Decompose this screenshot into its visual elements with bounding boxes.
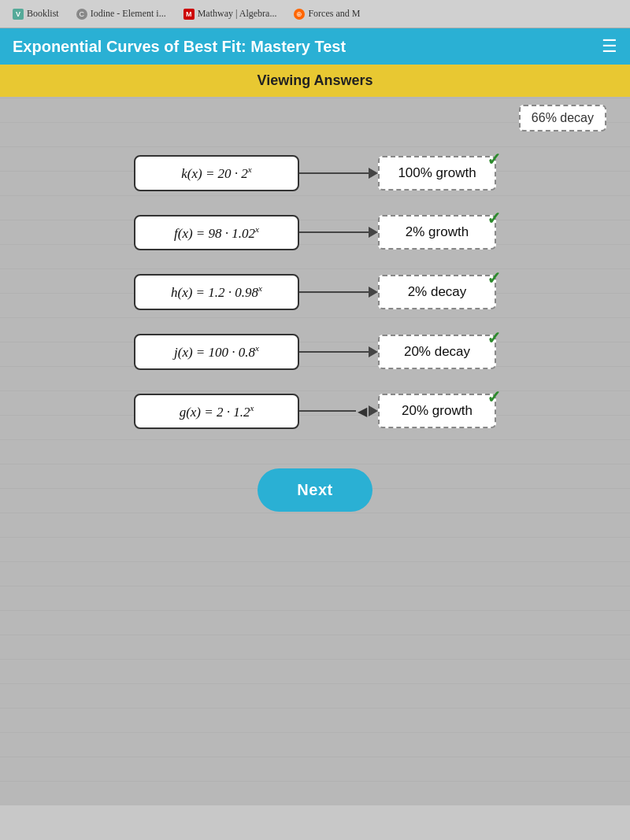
arrow-shaft-2 [299,231,369,233]
arrow-shaft-5 [299,410,356,412]
tab-mathway-label: Mathway | Algebra... [198,8,277,20]
arrow-3 [299,287,378,298]
next-button-container: Next [24,468,606,512]
arrow-head-3 [369,287,378,298]
arrow-head-5 [369,405,378,416]
main-content: 66% decay k(x) = 20 · 2x 100% growth ✓ f… [0,97,630,805]
arrow-1 [299,168,378,179]
arrow-head-2 [369,227,378,238]
checkmark-1: ✓ [487,151,501,168]
tab-bar: V Booklist C Iodine - Element i... M Mat… [0,0,630,28]
arrow-head-4 [369,346,378,357]
menu-icon[interactable]: ☰ [602,36,617,57]
page-title: Exponential Curves of Best Fit: Mastery … [13,38,346,56]
favicon-globe: ⊕ [294,9,305,20]
arrow-2 [299,227,378,238]
match-row-3: h(x) = 1.2 · 0.98x 2% decay ✓ [24,274,606,310]
answer-text-5: 20% growth [402,403,472,418]
equation-box-2: f(x) = 98 · 1.02x [134,215,299,251]
match-row-2: f(x) = 98 · 1.02x 2% growth ✓ [24,215,606,251]
tab-iodine[interactable]: C Iodine - Element i... [70,5,172,23]
match-row-4: j(x) = 100 · 0.8x 20% decay ✓ [24,334,606,370]
equation-box-1: k(x) = 20 · 2x [134,155,299,191]
arrow-shaft-4 [299,351,369,353]
checkmark-2: ✓ [487,210,501,228]
favicon-m: M [183,9,195,20]
partial-answer-box: 66% decay [519,105,606,131]
partial-answer-text: 66% decay [532,111,594,124]
page-title-bar: Exponential Curves of Best Fit: Mastery … [0,28,630,65]
equation-box-5: g(x) = 2 · 1.2x [134,394,299,430]
arrow-5: ◀ [299,404,378,419]
favicon-v: V [13,9,24,20]
next-button[interactable]: Next [258,468,372,512]
arrow-shaft-1 [299,172,369,174]
favicon-c: C [76,9,87,20]
arrow-4 [299,346,378,357]
answer-text-1: 100% growth [398,165,476,180]
tab-forces[interactable]: ⊕ Forces and M [287,5,366,23]
checkmark-3: ✓ [487,270,501,287]
match-container: k(x) = 20 · 2x 100% growth ✓ f(x) = 98 ·… [24,155,606,429]
equation-box-3: h(x) = 1.2 · 0.98x [134,274,299,310]
tab-iodine-label: Iodine - Element i... [91,8,166,20]
answer-box-5: 20% growth ✓ [378,394,496,428]
answer-box-1: 100% growth ✓ [378,156,496,191]
checkmark-4: ✓ [487,330,501,347]
viewing-answers-bar: Viewing Answers [0,65,630,97]
answer-text-3: 2% decay [408,284,467,299]
answer-box-3: 2% decay ✓ [378,275,496,309]
cursor-indicator: ◀ [358,404,367,419]
tab-forces-label: Forces and M [308,8,360,20]
arrow-shaft-3 [299,291,369,293]
checkmark-5: ✓ [487,389,501,406]
answer-text-2: 2% growth [406,224,469,239]
arrow-head-1 [369,168,378,179]
partial-answer-row: 66% decay [24,105,606,131]
viewing-answers-label: Viewing Answers [257,72,372,88]
answer-box-2: 2% growth ✓ [378,215,496,250]
answer-box-4: 20% decay ✓ [378,335,496,369]
tab-booklist-label: Booklist [27,8,59,20]
answer-text-4: 20% decay [404,344,470,359]
tab-mathway[interactable]: M Mathway | Algebra... [177,5,284,23]
equation-box-4: j(x) = 100 · 0.8x [134,334,299,370]
tab-booklist[interactable]: V Booklist [6,5,65,23]
match-row-1: k(x) = 20 · 2x 100% growth ✓ [24,155,606,191]
match-row-5: g(x) = 2 · 1.2x ◀ 20% growth ✓ [24,394,606,430]
